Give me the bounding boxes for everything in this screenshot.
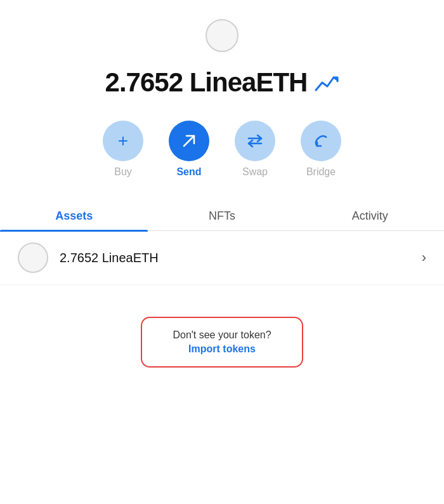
send-icon bbox=[180, 132, 198, 150]
chart-icon[interactable] bbox=[315, 72, 339, 93]
user-avatar[interactable] bbox=[206, 19, 238, 52]
tab-nfts[interactable]: NFTs bbox=[148, 201, 296, 230]
buy-action[interactable]: + Buy bbox=[103, 121, 143, 178]
swap-action[interactable]: Swap bbox=[235, 121, 275, 178]
buy-label: Buy bbox=[114, 166, 132, 178]
tab-activity[interactable]: Activity bbox=[296, 201, 444, 230]
balance-row: 2.7652 LineaETH bbox=[105, 67, 339, 98]
import-section: Don't see your token? Import tokens bbox=[0, 298, 444, 387]
asset-avatar bbox=[18, 242, 48, 273]
swap-circle bbox=[235, 121, 275, 161]
asset-name: 2.7652 LineaETH bbox=[60, 251, 422, 265]
asset-list: 2.7652 LineaETH › bbox=[0, 231, 444, 285]
swap-icon bbox=[246, 132, 264, 150]
buy-circle: + bbox=[103, 121, 143, 161]
tabs-row: Assets NFTs Activity bbox=[0, 201, 444, 231]
import-question: Don't see your token? bbox=[173, 329, 271, 341]
chevron-right-icon: › bbox=[422, 249, 426, 266]
svg-line-0 bbox=[184, 136, 194, 146]
send-action[interactable]: Send bbox=[169, 121, 209, 178]
import-tokens-box[interactable]: Don't see your token? Import tokens bbox=[141, 317, 303, 368]
bridge-label: Bridge bbox=[306, 166, 336, 178]
swap-label: Swap bbox=[242, 166, 268, 178]
bridge-icon bbox=[312, 132, 330, 150]
bridge-action[interactable]: Bridge bbox=[301, 121, 341, 178]
send-circle bbox=[169, 121, 209, 161]
import-link[interactable]: Import tokens bbox=[173, 343, 271, 355]
tab-assets[interactable]: Assets bbox=[0, 201, 148, 230]
bridge-circle bbox=[301, 121, 341, 161]
asset-item[interactable]: 2.7652 LineaETH › bbox=[0, 231, 444, 285]
balance-amount: 2.7652 LineaETH bbox=[105, 67, 308, 98]
plus-icon: + bbox=[118, 132, 128, 150]
send-label: Send bbox=[176, 166, 201, 178]
actions-row: + Buy Send Swap bbox=[103, 121, 341, 178]
